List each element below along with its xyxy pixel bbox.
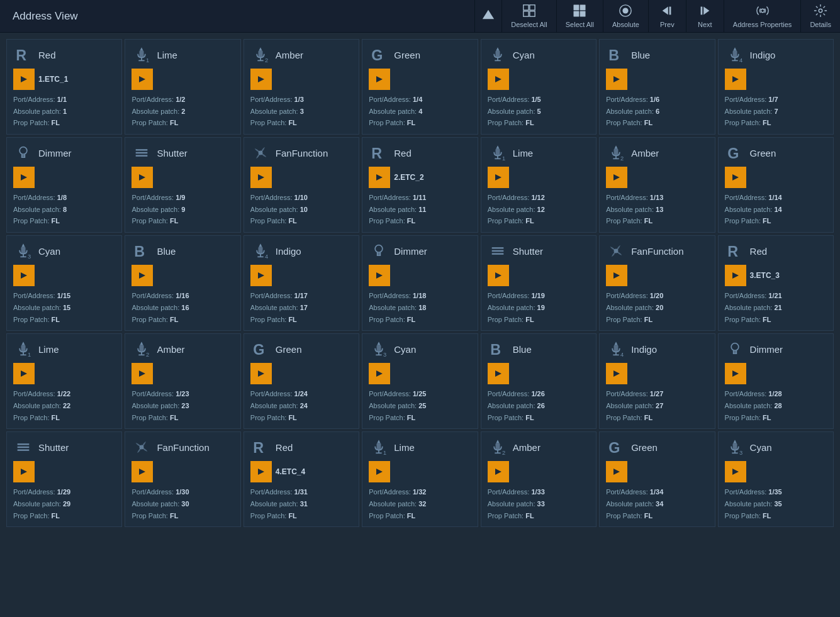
card-name: Amber: [631, 148, 659, 158]
card-header: Shutter: [488, 241, 590, 261]
address-card-11[interactable]: R Red 2.ETC_2 Port/Address: 1/11 Absolut…: [362, 137, 478, 233]
next-button[interactable]: Next: [686, 0, 724, 33]
address-card-28[interactable]: Dimmer Port/Address: 1/28 Absolute patch…: [718, 333, 834, 429]
prev-icon: [660, 4, 674, 19]
up-arrow-icon: [481, 8, 495, 25]
details-button[interactable]: Details: [800, 0, 840, 33]
card-header: 2 Amber: [488, 437, 590, 457]
card-icon-wrap: [606, 241, 626, 261]
address-card-16[interactable]: B Blue Port/Address: 1/16 Absolute patch…: [125, 235, 240, 331]
card-name: Lime: [394, 442, 415, 453]
card-name: Red: [394, 148, 412, 158]
address-card-10[interactable]: FanFunction Port/Address: 1/10 Absolute …: [244, 137, 359, 233]
card-header: R Red: [13, 45, 115, 65]
card-icon-wrap: [488, 45, 508, 65]
svg-rect-100: [377, 345, 381, 352]
scroll-up-button[interactable]: [474, 0, 501, 33]
card-info: Port/Address: 1/16 Absolute patch: 16 Pr…: [132, 290, 233, 325]
card-name: FanFunction: [157, 442, 209, 453]
card-header: B Blue: [132, 241, 233, 261]
address-card-27[interactable]: 4 Indigo Port/Address: 1/27 Absolute pat…: [599, 333, 715, 429]
address-card-22[interactable]: 1 Lime Port/Address: 1/22 Absolute patch…: [6, 333, 122, 429]
svg-rect-72: [258, 247, 262, 254]
address-card-12[interactable]: 1 Lime Port/Address: 1/12 Absolute patch…: [481, 137, 596, 233]
svg-rect-6: [580, 5, 585, 10]
card-header: G Green: [250, 339, 352, 359]
address-card-1[interactable]: R Red 1.ETC_1 Port/Address: 1/1 Absolute…: [6, 39, 122, 135]
card-info: Port/Address: 1/31 Absolute patch: 31 Pr…: [250, 486, 352, 521]
patch-box-wrap: [488, 363, 590, 384]
absolute-button[interactable]: Absolute: [603, 0, 648, 33]
card-icon-wrap: [369, 241, 389, 261]
card-info: Port/Address: 1/28 Absolute patch: 28 Pr…: [725, 388, 827, 423]
card-name: Blue: [157, 246, 176, 257]
address-card-18[interactable]: Dimmer Port/Address: 1/18 Absolute patch…: [362, 235, 478, 331]
patch-box-wrap: [488, 461, 590, 482]
card-icon-wrap: [132, 143, 152, 163]
address-card-6[interactable]: B Blue Port/Address: 1/6 Absolute patch:…: [599, 39, 715, 135]
card-icon-wrap: 1: [132, 45, 152, 65]
address-card-23[interactable]: 2 Amber Port/Address: 1/23 Absolute patc…: [125, 333, 240, 429]
address-card-25[interactable]: 3 Cyan Port/Address: 1/25 Absolute patch…: [362, 333, 478, 429]
card-header: G Green: [369, 45, 471, 65]
card-header: FanFunction: [606, 241, 708, 261]
patch-box: [250, 461, 272, 482]
patch-box: [250, 363, 272, 384]
svg-marker-48: [139, 174, 145, 181]
address-card-14[interactable]: G Green Port/Address: 1/14 Absolute patc…: [718, 137, 834, 233]
svg-rect-2: [530, 5, 535, 10]
address-card-35[interactable]: 3 Cyan Port/Address: 1/35 Absolute patch…: [718, 431, 834, 527]
address-card-30[interactable]: FanFunction Port/Address: 1/30 Absolute …: [125, 431, 240, 527]
patch-box: [369, 461, 390, 482]
svg-marker-122: [258, 469, 264, 475]
card-info: Port/Address: 1/30 Absolute patch: 30 Pr…: [132, 486, 233, 521]
address-card-32[interactable]: 1 Lime Port/Address: 1/32 Absolute patch…: [362, 431, 478, 527]
address-card-3[interactable]: 2 Amber Port/Address: 1/3 Absolute patch…: [244, 39, 359, 135]
select-all-icon: [573, 4, 586, 19]
patch-box-wrap: [725, 69, 827, 90]
card-icon-wrap: [488, 241, 508, 261]
select-all-button[interactable]: Select All: [556, 0, 603, 33]
patch-box-wrap: [606, 69, 708, 90]
address-card-7[interactable]: 4 Indigo Port/Address: 1/7 Absolute patc…: [718, 39, 834, 135]
card-name: Red: [276, 442, 293, 453]
card-header: 1 Lime: [369, 437, 471, 457]
patch-box-wrap: [606, 461, 708, 482]
address-card-4[interactable]: G Green Port/Address: 1/4 Absolute patch…: [362, 39, 478, 135]
svg-marker-23: [139, 76, 145, 82]
address-card-2[interactable]: 1 Lime Port/Address: 1/2 Absolute patch:…: [125, 39, 240, 135]
address-card-26[interactable]: B Blue Port/Address: 1/26 Absolute patch…: [481, 333, 596, 429]
prev-button[interactable]: Prev: [648, 0, 686, 33]
address-card-13[interactable]: 2 Amber Port/Address: 1/13 Absolute patc…: [599, 137, 715, 233]
svg-marker-104: [376, 370, 383, 377]
address-properties-button[interactable]: Address Properties: [724, 0, 801, 33]
svg-marker-57: [495, 174, 501, 181]
svg-marker-52: [376, 174, 383, 181]
address-card-29[interactable]: Shutter Port/Address: 1/29 Absolute patc…: [6, 431, 122, 527]
card-info: Port/Address: 1/8 Absolute patch: 8 Prop…: [13, 192, 115, 227]
address-card-33[interactable]: 2 Amber Port/Address: 1/33 Absolute patc…: [481, 431, 596, 527]
card-icon-wrap: R: [725, 241, 745, 261]
svg-rect-58: [614, 148, 619, 156]
address-card-24[interactable]: G Green Port/Address: 1/24 Absolute patc…: [244, 333, 359, 429]
address-card-8[interactable]: Dimmer Port/Address: 1/8 Absolute patch:…: [6, 137, 122, 233]
card-name: Dimmer: [394, 246, 427, 257]
address-card-15[interactable]: 3 Cyan Port/Address: 1/15 Absolute patch…: [6, 235, 122, 331]
address-card-21[interactable]: R Red 3.ETC_3 Port/Address: 1/21 Absolut…: [718, 235, 834, 331]
svg-text:1: 1: [502, 155, 505, 162]
address-card-19[interactable]: Shutter Port/Address: 1/19 Absolute patc…: [481, 235, 596, 331]
address-card-34[interactable]: G Green Port/Address: 1/34 Absolute patc…: [599, 431, 715, 527]
address-card-9[interactable]: Shutter Port/Address: 1/9 Absolute patch…: [125, 137, 240, 233]
card-name: Cyan: [38, 246, 60, 257]
address-card-5[interactable]: Cyan Port/Address: 1/5 Absolute patch: 5…: [481, 39, 596, 135]
card-header: 1 Lime: [488, 143, 590, 163]
svg-text:G: G: [608, 440, 620, 457]
svg-marker-134: [613, 469, 620, 475]
address-card-20[interactable]: FanFunction Port/Address: 1/20 Absolute …: [599, 235, 715, 331]
svg-rect-8: [580, 11, 585, 16]
svg-point-15: [761, 9, 764, 13]
address-card-17[interactable]: 4 Indigo Port/Address: 1/17 Absolute pat…: [244, 235, 359, 331]
deselect-all-button[interactable]: Deselect All: [501, 0, 556, 33]
svg-text:G: G: [727, 145, 739, 162]
address-card-31[interactable]: R Red 4.ETC_4 Port/Address: 1/31 Absolut…: [244, 431, 359, 527]
